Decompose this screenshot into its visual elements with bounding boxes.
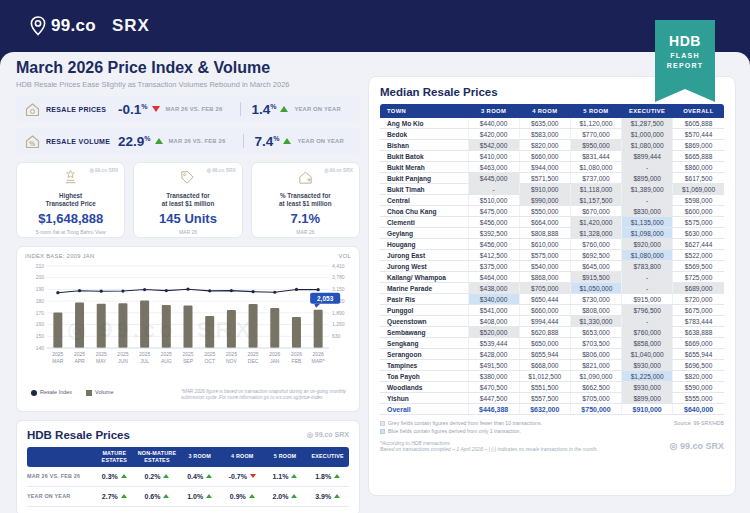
- price-index-volume-chart: INDEX BASE: 2009 JAN VOL ◎ 99.co SRX 210…: [16, 246, 360, 412]
- price-cell: $428,000: [468, 349, 519, 360]
- price-cell: $1,120,000: [570, 118, 621, 129]
- bottom-table-column-header: 5 ROOM: [264, 447, 307, 467]
- median-row: Central$510,000$990,000$1,157,500-$598,0…: [380, 195, 724, 206]
- price-cell: $522,000: [673, 250, 724, 261]
- price-cell: $869,000: [673, 140, 724, 151]
- down-triangle-icon: [250, 474, 256, 478]
- town-cell: Serangoon: [380, 349, 468, 360]
- price-cell: $696,500: [673, 360, 724, 371]
- price-cell: $456,000: [468, 239, 519, 250]
- price-cell: $550,000: [519, 206, 570, 217]
- median-row: Bedok$420,000$583,000$770,000$1,000,000$…: [380, 129, 724, 140]
- price-cell: $899,444: [622, 151, 673, 162]
- price-cell: $660,000: [519, 151, 570, 162]
- legend-resale-index: Resale Index: [40, 389, 72, 395]
- price-cell: $440,000: [468, 118, 519, 129]
- town-cell: Ang Mo Kio: [380, 118, 468, 129]
- svg-text:170: 170: [36, 310, 45, 316]
- median-column-header: 3 ROOM: [468, 104, 519, 118]
- up-triangle-icon: [249, 494, 255, 498]
- price-cell: $930,000: [622, 360, 673, 371]
- town-cell: Toa Payoh: [380, 371, 468, 382]
- median-resale-prices-card: Median Resale Prices TOWN3 ROOM4 ROOM5 R…: [368, 76, 736, 496]
- median-table-header: TOWN3 ROOM4 ROOM5 ROOMEXECUTIVEOVERALL: [380, 104, 724, 118]
- price-cell: $445,000: [468, 173, 519, 184]
- 99co-srx-watermark: ◎ 99.co SRX: [307, 431, 349, 439]
- price-tag-icon: [179, 169, 196, 186]
- svg-text:2026: 2026: [291, 351, 302, 357]
- price-cell: $610,000: [519, 239, 570, 250]
- card-million-percent: ◎99.co SRX % Transacted forat least $1 m…: [251, 162, 360, 238]
- town-cell: Overall: [380, 404, 468, 415]
- card-highest-transacted-price: ◎99.co SRX HighestTransacted Price $1,64…: [16, 162, 125, 238]
- bottom-table-cell: 2.0%: [264, 487, 307, 507]
- price-cell: $575,000: [673, 217, 724, 228]
- price-cell: $669,000: [673, 338, 724, 349]
- bottom-table-column-header: NON-MATURE ESTATES: [136, 447, 179, 467]
- brand-srx: SRX: [112, 16, 150, 36]
- price-cell: $438,000: [468, 283, 519, 294]
- price-cell: $820,000: [673, 371, 724, 382]
- median-row: Kallang/ Whampoa$464,000$868,000$915,500…: [380, 272, 724, 283]
- svg-text:2025: 2025: [96, 351, 107, 357]
- price-cell: $541,000: [468, 305, 519, 316]
- chart-right-axis-title: VOL: [339, 253, 352, 259]
- stat-row-resale-volume: % RESALE VOLUME 22.9% MAR 26 VS. FEB 26 …: [16, 128, 360, 154]
- card-title: HighestTransacted Price: [17, 192, 124, 208]
- 99co-srx-watermark: ◎ 99.co SRX: [670, 441, 724, 451]
- bottom-table-title: HDB Resale Prices: [27, 429, 130, 441]
- price-cell: $632,000: [519, 404, 570, 415]
- up-triangle-icon: [121, 474, 127, 478]
- price-cell: $1,080,000: [570, 162, 621, 173]
- price-cell: $1,328,000: [570, 228, 621, 239]
- house-volume-icon: %: [24, 133, 41, 150]
- bottom-table-cell: 3.9%: [306, 487, 349, 507]
- yoy-change-value: 1.4%: [251, 102, 276, 117]
- bottom-table-column-header: 3 ROOM: [178, 447, 221, 467]
- town-cell: Bukit Batok: [380, 151, 468, 162]
- price-cell: $456,000: [468, 217, 519, 228]
- card-million-units: ◎99.co SRX Transacted forat least $1 mil…: [133, 162, 242, 238]
- blue-note: Blue fields contain figures derived from…: [380, 428, 542, 436]
- svg-text:JUN: JUN: [118, 358, 128, 364]
- svg-text:JUL: JUL: [140, 358, 149, 364]
- svg-text:2025: 2025: [161, 351, 172, 357]
- svg-text:160: 160: [36, 321, 45, 327]
- median-row: Sengkang$539,444$650,000$703,500$858,000…: [380, 338, 724, 349]
- price-cell: $464,000: [468, 272, 519, 283]
- price-cell: $555,000: [673, 393, 724, 404]
- 99co-pin-icon: [30, 16, 46, 36]
- svg-text:150: 150: [36, 333, 45, 339]
- price-cell: $796,500: [622, 305, 673, 316]
- price-cell: $645,000: [570, 261, 621, 272]
- card-caption: MAR 26: [134, 229, 241, 235]
- svg-text:1,260: 1,260: [332, 321, 345, 327]
- content-sheet: March 2026 Price Index & Volume HDB Resa…: [0, 52, 750, 513]
- brand-99co: 99.co: [51, 16, 96, 36]
- card-caption: MAR 26: [252, 229, 359, 235]
- 99co-srx-watermark: ◎99.co SRX: [89, 167, 118, 173]
- town-cell: Tampines: [380, 360, 468, 371]
- price-cell: $1,225,000: [622, 371, 673, 382]
- price-cell: $770,000: [570, 129, 621, 140]
- median-table-footnotes: *According to HDB transactions Based on …: [380, 440, 724, 452]
- price-cell: $653,000: [570, 327, 621, 338]
- card-caption: 5-room flat at Tiong Bahru View: [17, 229, 124, 235]
- price-cell: $446,388: [468, 404, 519, 415]
- price-cell: $650,000: [519, 338, 570, 349]
- pin-icon: ◎: [324, 167, 328, 173]
- price-cell: $821,000: [570, 360, 621, 371]
- svg-text:2,053: 2,053: [317, 295, 334, 303]
- yoy-direction-icon: [283, 138, 291, 144]
- up-triangle-icon: [291, 494, 297, 498]
- mom-direction-icon: [155, 138, 163, 144]
- up-triangle-icon: [334, 474, 340, 478]
- mom-change-value: 22.9%: [118, 134, 151, 149]
- trophy-icon: [62, 169, 79, 186]
- town-cell: Bukit Timah: [380, 184, 468, 195]
- price-cell: -: [622, 316, 673, 327]
- price-cell: $410,000: [468, 151, 519, 162]
- svg-text:MAR: MAR: [52, 358, 64, 364]
- divider: [243, 134, 244, 148]
- median-row: Bukit Timah-$910,000$1,118,000$1,389,000…: [380, 184, 724, 195]
